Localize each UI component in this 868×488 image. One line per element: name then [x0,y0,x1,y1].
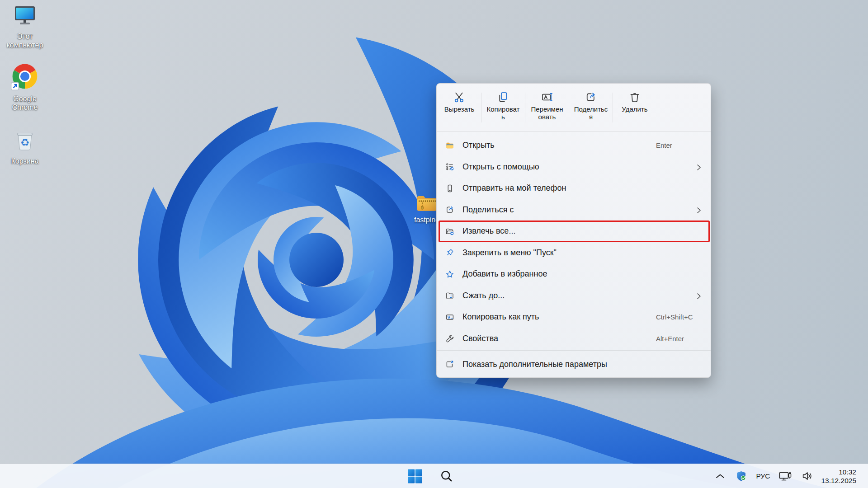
copy-button[interactable]: Копировать [481,84,525,131]
context-menu-toolbar: Вырезать Копировать [437,84,711,131]
share-icon [445,205,454,214]
rename-button[interactable]: Переименовать [525,84,569,131]
taskbar-clock[interactable]: 10:32 13.12.2025 [821,468,856,485]
volume-icon [802,470,813,482]
desktop-icon-google-chrome[interactable]: Google Chrome [0,61,50,112]
menu-item-open-with[interactable]: Открыть с помощью [437,156,711,178]
more-options-icon [445,360,454,369]
search-icon [440,469,453,483]
menu-item-extract-all[interactable]: Извлечь все... [437,221,711,242]
shortcut-text: Enter [656,141,672,149]
network-display-icon [779,471,792,482]
extract-all-icon [445,227,454,236]
tray-network-button[interactable] [778,466,793,486]
chrome-icon [10,61,40,93]
start-button[interactable] [405,466,425,486]
share-button[interactable]: Поделиться [569,84,613,131]
system-tray: РУС 10:32 13.12.2025 [713,464,856,488]
desktop-icon-label: Корзина [11,157,39,165]
desktop-icon-label: Google Chrome [0,94,50,112]
recycle-symbol: ♻ [20,136,29,148]
bloom-graphic [0,0,868,488]
open-with-icon [445,162,454,171]
shortcut-text: Alt+Enter [656,335,684,343]
star-icon [445,270,454,279]
clock-date: 13.12.2025 [821,476,856,485]
this-pc-icon [12,4,38,31]
language-indicator[interactable]: РУС [755,472,771,480]
clock-time: 10:32 [839,468,856,476]
zip-folder-icon [416,193,438,214]
delete-button[interactable]: Удалить [613,84,656,131]
tray-security-button[interactable] [734,466,748,486]
cut-icon [453,91,465,103]
shortcut-text: Ctrl+Shift+C [656,313,693,321]
rename-icon [541,91,553,103]
pin-icon [445,248,454,257]
phone-icon [445,184,454,193]
context-menu: Вырезать Копировать [436,83,711,378]
desktop-wallpaper[interactable] [0,0,868,488]
desktop-icon-recycle-bin[interactable]: ♻ Корзина [0,126,50,165]
taskbar-center-group [405,464,457,488]
recycle-bin-icon: ♻ [12,126,38,155]
tray-volume-button[interactable] [800,466,814,486]
menu-item-show-more-options[interactable]: Показать дополнительные параметры [437,352,711,377]
menu-item-copy-as-path[interactable]: Копировать как путь Ctrl+Shift+C [437,306,711,328]
menu-item-send-to-phone[interactable]: Отправить на мой телефон [437,178,711,199]
windows-logo-icon [407,469,423,484]
copy-path-icon [445,313,454,322]
menu-item-compress-to[interactable]: Сжать до... [437,285,711,307]
menu-item-properties[interactable]: Свойства Alt+Enter [437,328,711,350]
share-icon [585,91,597,103]
search-button[interactable] [437,466,457,486]
submenu-chevron-icon [697,293,701,299]
menu-item-open[interactable]: Открыть Enter [437,135,711,156]
menu-item-add-to-favorites[interactable]: Добавить в избранное [437,263,711,285]
desktop-screen: Этот компьютер Google Chrome [0,0,868,488]
security-shield-icon [736,470,747,482]
wrench-icon [445,334,454,343]
submenu-chevron-icon [697,164,701,170]
desktop-icon-this-pc[interactable]: Этот компьютер [0,4,50,49]
zip-file-label: fastping [414,216,439,224]
compress-zip-icon [445,291,454,300]
taskbar: РУС 10:32 13.12.2025 [0,464,868,488]
menu-item-pin-to-start[interactable]: Закрепить в меню "Пуск" [437,242,711,264]
open-folder-icon [445,141,454,150]
menu-divider [437,350,711,351]
delete-icon [629,91,641,103]
cut-button[interactable]: Вырезать [438,84,481,131]
menu-item-share-with[interactable]: Поделиться с [437,199,711,221]
copy-icon [497,91,509,103]
context-menu-items: Открыть Enter Отк [437,132,711,377]
desktop-icon-label: Этот компьютер [0,32,50,49]
submenu-chevron-icon [697,207,701,213]
chevron-up-icon [716,474,725,479]
tray-show-hidden-button[interactable] [713,466,727,486]
